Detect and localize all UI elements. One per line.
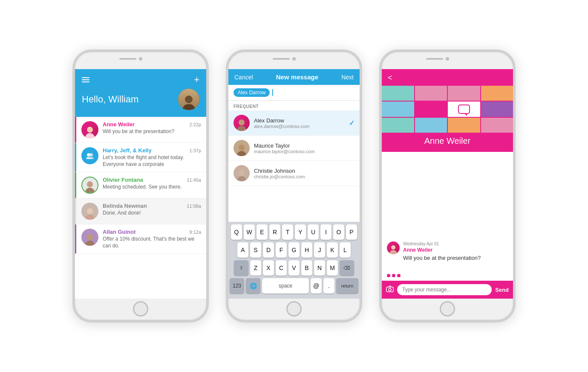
send-button[interactable]: Send (495, 287, 509, 293)
keyboard-row-3: ⇧ Z X C V B N M ⌫ (230, 260, 358, 276)
message-input[interactable] (397, 284, 492, 295)
contact-email: alex.darrow@contoso.com (254, 124, 345, 129)
return-key[interactable]: return (336, 278, 358, 294)
key-f[interactable]: F (276, 242, 287, 258)
phone-1: + Hello, William (72, 49, 209, 323)
key-j[interactable]: J (314, 242, 325, 258)
home-button[interactable] (440, 301, 455, 317)
group-avatar (81, 147, 98, 164)
key-s[interactable]: S (250, 242, 261, 258)
key-d[interactable]: D (263, 242, 274, 258)
mosaic-chat-bubble (448, 102, 480, 116)
key-b[interactable]: B (301, 260, 312, 276)
new-message-icon[interactable]: + (194, 74, 199, 85)
message-content: Belinda Newman 11:08a Done. And done! (103, 203, 201, 217)
space-key[interactable]: space (262, 278, 309, 294)
maurice-avatar (233, 140, 250, 156)
mosaic-cell (481, 102, 513, 116)
to-field[interactable]: Alex Darrow (228, 85, 360, 101)
key-o[interactable]: O (333, 224, 344, 240)
greeting-row: Hello, William (82, 89, 199, 110)
key-p[interactable]: P (346, 224, 357, 240)
home-button[interactable] (286, 301, 302, 317)
olivier-avatar (81, 177, 98, 194)
contact-info: Christie Johnson christie.jo@contoso.com (254, 168, 355, 179)
contact-name: Christie Johnson (254, 168, 355, 174)
home-button[interactable] (133, 301, 148, 317)
key-w[interactable]: W (244, 224, 255, 240)
message-row[interactable]: Anne Weiler 2:22p Will you be at the pre… (76, 117, 206, 142)
phone-3-screen: < (382, 69, 513, 299)
key-e[interactable]: E (257, 224, 268, 240)
anne-chat-avatar (387, 241, 400, 254)
user-avatar[interactable] (178, 89, 199, 110)
contact-name: Maurice Taylor (254, 142, 355, 149)
message-item-olivier: Olivier Fontana 11:45a Meeting scheduled… (75, 172, 206, 198)
key-c[interactable]: C (276, 260, 287, 276)
shift-key[interactable]: ⇧ (234, 260, 248, 276)
hamburger-menu-icon[interactable] (82, 77, 89, 82)
message-content: Allan Guinot 9:12a Offer a 10% discount.… (103, 229, 201, 249)
message-row[interactable]: Belinda Newman 11:08a Done. And done! (76, 198, 206, 224)
key-m[interactable]: M (327, 260, 338, 276)
key-h[interactable]: H (301, 242, 312, 258)
contact-maurice[interactable]: Maurice Taylor maurice.taylor@contoso.co… (228, 136, 360, 161)
message-time: 1:37p (189, 148, 201, 153)
key-k[interactable]: K (327, 242, 338, 258)
svg-point-1 (89, 153, 93, 157)
compose-title: New message (276, 73, 318, 81)
mosaic-cell (382, 118, 414, 133)
globe-key[interactable]: 🌐 (246, 278, 260, 294)
message-preview: Meeting scheduled. See you there. (103, 184, 201, 191)
next-button[interactable]: Next (341, 74, 354, 81)
dot-key[interactable]: . (323, 278, 334, 294)
contact-christie[interactable]: Christie Johnson christie.jo@contoso.com (228, 161, 360, 186)
cursor (272, 89, 273, 96)
backspace-key[interactable]: ⌫ (340, 260, 354, 276)
contact-email: christie.jo@contoso.com (254, 174, 355, 179)
cancel-button[interactable]: Cancel (234, 74, 253, 81)
message-row[interactable]: Allan Guinot 9:12a Offer a 10% discount.… (76, 224, 206, 253)
key-r[interactable]: R (269, 224, 280, 240)
camera-icon[interactable] (386, 285, 394, 294)
sender-name: Belinda Newman (103, 203, 147, 209)
key-t[interactable]: T (282, 224, 293, 240)
sender-name: Anne Weiler (103, 121, 135, 128)
key-z[interactable]: Z (250, 260, 261, 276)
sender-name: Olivier Fontana (103, 177, 143, 183)
message-row[interactable]: Olivier Fontana 11:45a Meeting scheduled… (76, 172, 206, 198)
message-time: 11:08a (187, 203, 201, 209)
message-header: Olivier Fontana 11:45a (103, 177, 201, 183)
key-q[interactable]: Q (231, 224, 242, 240)
phone-3: < (379, 49, 516, 323)
recipient-chip[interactable]: Alex Darrow (233, 88, 270, 97)
phone2-header: Cancel New message Next (228, 69, 360, 85)
contact-alex[interactable]: Alex Darrow alex.darrow@contoso.com ✓ (228, 110, 360, 136)
message-item-harry: Harry, Jeff, & Kelly 1:37p Let's book th… (75, 143, 206, 172)
at-key[interactable]: @ (311, 278, 322, 294)
key-u[interactable]: U (308, 224, 319, 240)
key-x[interactable]: X (263, 260, 274, 276)
key-v[interactable]: V (288, 260, 300, 276)
mosaic-cell (415, 118, 447, 133)
mosaic-cell (481, 118, 513, 133)
key-i[interactable]: I (320, 224, 331, 240)
key-l[interactable]: L (340, 242, 351, 258)
back-button[interactable]: < (388, 73, 392, 82)
key-g[interactable]: G (288, 242, 300, 258)
keyboard: Q W E R T Y U I O P A S D F G H (228, 222, 360, 299)
message-row[interactable]: Harry, Jeff, & Kelly 1:37p Let's book th… (76, 143, 206, 172)
phone1-header-top: + (82, 74, 199, 85)
key-a[interactable]: A (237, 242, 248, 258)
message-sender: Anne Weiler (403, 247, 508, 253)
greeting-text: Hello, William (82, 94, 138, 105)
keyboard-row-1: Q W E R T Y U I O P (230, 224, 358, 240)
key-n[interactable]: N (314, 260, 325, 276)
typing-dot (392, 274, 395, 277)
keyboard-row-2: A S D F G H J K L (230, 242, 358, 258)
key-y[interactable]: Y (295, 224, 306, 240)
message-preview: Done. And done! (103, 210, 201, 217)
typing-dot (397, 274, 401, 277)
mosaic-cell (415, 86, 447, 101)
num-key[interactable]: 123 (230, 278, 244, 294)
